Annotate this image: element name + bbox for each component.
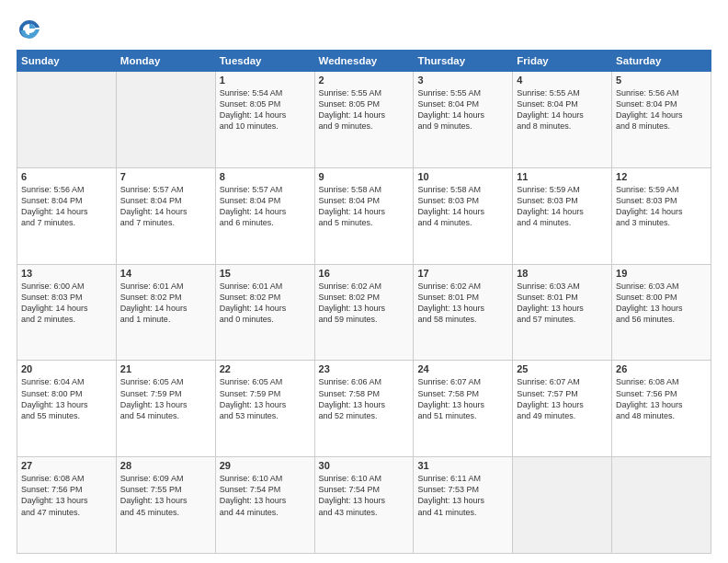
calendar-cell: 27Sunrise: 6:08 AM Sunset: 7:56 PM Dayli… xyxy=(17,457,117,554)
day-info: Sunrise: 5:55 AM Sunset: 8:04 PM Dayligh… xyxy=(417,87,508,132)
day-number: 22 xyxy=(220,363,311,374)
calendar-cell: 10Sunrise: 5:58 AM Sunset: 8:03 PM Dayli… xyxy=(414,167,513,264)
calendar-cell: 3Sunrise: 5:55 AM Sunset: 8:04 PM Daylig… xyxy=(414,72,513,168)
day-number: 5 xyxy=(616,75,707,86)
calendar-header-monday: Monday xyxy=(116,51,215,72)
calendar-header-thursday: Thursday xyxy=(414,51,513,72)
day-number: 12 xyxy=(616,171,707,182)
day-number: 2 xyxy=(319,75,410,86)
calendar-week-1: 1Sunrise: 5:54 AM Sunset: 8:05 PM Daylig… xyxy=(17,72,711,168)
day-number: 31 xyxy=(417,460,508,471)
calendar-header-row: SundayMondayTuesdayWednesdayThursdayFrid… xyxy=(17,51,711,72)
day-number: 26 xyxy=(616,363,707,374)
day-info: Sunrise: 6:11 AM Sunset: 7:53 PM Dayligh… xyxy=(417,473,508,518)
day-number: 29 xyxy=(220,460,311,471)
calendar-cell: 5Sunrise: 5:56 AM Sunset: 8:04 PM Daylig… xyxy=(612,72,711,168)
calendar-cell: 22Sunrise: 6:05 AM Sunset: 7:59 PM Dayli… xyxy=(215,361,314,457)
day-info: Sunrise: 6:03 AM Sunset: 8:01 PM Dayligh… xyxy=(517,281,608,326)
calendar-header-friday: Friday xyxy=(513,51,612,72)
day-number: 25 xyxy=(517,363,608,374)
day-info: Sunrise: 6:01 AM Sunset: 8:02 PM Dayligh… xyxy=(220,281,311,326)
day-number: 30 xyxy=(319,460,410,471)
day-number: 13 xyxy=(21,268,112,279)
day-info: Sunrise: 5:56 AM Sunset: 8:04 PM Dayligh… xyxy=(21,184,112,229)
day-info: Sunrise: 6:07 AM Sunset: 7:58 PM Dayligh… xyxy=(417,376,508,421)
calendar-header-sunday: Sunday xyxy=(17,51,117,72)
calendar-cell: 1Sunrise: 5:54 AM Sunset: 8:05 PM Daylig… xyxy=(215,72,314,168)
day-info: Sunrise: 6:01 AM Sunset: 8:02 PM Dayligh… xyxy=(120,281,211,326)
calendar-cell: 4Sunrise: 5:55 AM Sunset: 8:04 PM Daylig… xyxy=(513,72,612,168)
day-number: 10 xyxy=(417,171,508,182)
day-info: Sunrise: 6:03 AM Sunset: 8:00 PM Dayligh… xyxy=(616,281,707,326)
day-number: 19 xyxy=(616,268,707,279)
day-number: 28 xyxy=(120,460,211,471)
day-info: Sunrise: 6:10 AM Sunset: 7:54 PM Dayligh… xyxy=(220,473,311,518)
day-number: 21 xyxy=(120,363,211,374)
day-number: 23 xyxy=(319,363,410,374)
calendar-cell: 30Sunrise: 6:10 AM Sunset: 7:54 PM Dayli… xyxy=(314,457,414,554)
calendar-header-saturday: Saturday xyxy=(612,51,711,72)
day-number: 3 xyxy=(417,75,508,86)
calendar-table: SundayMondayTuesdayWednesdayThursdayFrid… xyxy=(17,50,711,554)
calendar-cell xyxy=(17,72,117,168)
calendar-cell: 18Sunrise: 6:03 AM Sunset: 8:01 PM Dayli… xyxy=(513,264,612,361)
day-number: 18 xyxy=(517,268,608,279)
day-info: Sunrise: 5:58 AM Sunset: 8:03 PM Dayligh… xyxy=(417,184,508,229)
calendar-week-3: 13Sunrise: 6:00 AM Sunset: 8:03 PM Dayli… xyxy=(17,264,711,361)
day-info: Sunrise: 6:02 AM Sunset: 8:02 PM Dayligh… xyxy=(319,281,410,326)
day-info: Sunrise: 5:59 AM Sunset: 8:03 PM Dayligh… xyxy=(616,184,707,229)
day-info: Sunrise: 6:05 AM Sunset: 7:59 PM Dayligh… xyxy=(120,376,211,421)
day-number: 15 xyxy=(220,268,311,279)
calendar-cell: 26Sunrise: 6:08 AM Sunset: 7:56 PM Dayli… xyxy=(612,361,711,457)
calendar-week-2: 6Sunrise: 5:56 AM Sunset: 8:04 PM Daylig… xyxy=(17,167,711,264)
day-number: 14 xyxy=(120,268,211,279)
calendar-cell: 12Sunrise: 5:59 AM Sunset: 8:03 PM Dayli… xyxy=(612,167,711,264)
day-number: 17 xyxy=(417,268,508,279)
calendar-cell: 17Sunrise: 6:02 AM Sunset: 8:01 PM Dayli… xyxy=(414,264,513,361)
day-info: Sunrise: 6:04 AM Sunset: 8:00 PM Dayligh… xyxy=(21,376,112,421)
day-number: 20 xyxy=(21,363,112,374)
calendar-cell: 25Sunrise: 6:07 AM Sunset: 7:57 PM Dayli… xyxy=(513,361,612,457)
day-info: Sunrise: 6:08 AM Sunset: 7:56 PM Dayligh… xyxy=(616,376,707,421)
calendar-cell xyxy=(513,457,612,554)
day-number: 7 xyxy=(120,171,211,182)
day-info: Sunrise: 5:55 AM Sunset: 8:05 PM Dayligh… xyxy=(319,87,410,132)
calendar-cell xyxy=(116,72,215,168)
day-info: Sunrise: 6:07 AM Sunset: 7:57 PM Dayligh… xyxy=(517,376,608,421)
calendar-cell: 6Sunrise: 5:56 AM Sunset: 8:04 PM Daylig… xyxy=(17,167,117,264)
day-info: Sunrise: 6:10 AM Sunset: 7:54 PM Dayligh… xyxy=(319,473,410,518)
calendar-cell xyxy=(612,457,711,554)
day-number: 9 xyxy=(319,171,410,182)
day-number: 24 xyxy=(417,363,508,374)
day-info: Sunrise: 6:02 AM Sunset: 8:01 PM Dayligh… xyxy=(417,281,508,326)
day-info: Sunrise: 6:06 AM Sunset: 7:58 PM Dayligh… xyxy=(319,376,410,421)
logo-icon xyxy=(17,17,42,42)
calendar-cell: 16Sunrise: 6:02 AM Sunset: 8:02 PM Dayli… xyxy=(314,264,414,361)
calendar-week-5: 27Sunrise: 6:08 AM Sunset: 7:56 PM Dayli… xyxy=(17,457,711,554)
calendar-cell: 14Sunrise: 6:01 AM Sunset: 8:02 PM Dayli… xyxy=(116,264,215,361)
day-number: 4 xyxy=(517,75,608,86)
day-info: Sunrise: 5:55 AM Sunset: 8:04 PM Dayligh… xyxy=(517,87,608,132)
calendar-cell: 28Sunrise: 6:09 AM Sunset: 7:55 PM Dayli… xyxy=(116,457,215,554)
day-number: 6 xyxy=(21,171,112,182)
day-info: Sunrise: 6:05 AM Sunset: 7:59 PM Dayligh… xyxy=(220,376,311,421)
day-info: Sunrise: 5:57 AM Sunset: 8:04 PM Dayligh… xyxy=(120,184,211,229)
day-info: Sunrise: 5:59 AM Sunset: 8:03 PM Dayligh… xyxy=(517,184,608,229)
day-info: Sunrise: 5:57 AM Sunset: 8:04 PM Dayligh… xyxy=(220,184,311,229)
calendar-header-wednesday: Wednesday xyxy=(314,51,414,72)
calendar-week-4: 20Sunrise: 6:04 AM Sunset: 8:00 PM Dayli… xyxy=(17,361,711,457)
calendar-cell: 7Sunrise: 5:57 AM Sunset: 8:04 PM Daylig… xyxy=(116,167,215,264)
day-info: Sunrise: 6:08 AM Sunset: 7:56 PM Dayligh… xyxy=(21,473,112,518)
day-info: Sunrise: 5:58 AM Sunset: 8:04 PM Dayligh… xyxy=(319,184,410,229)
calendar-cell: 24Sunrise: 6:07 AM Sunset: 7:58 PM Dayli… xyxy=(414,361,513,457)
calendar-cell: 29Sunrise: 6:10 AM Sunset: 7:54 PM Dayli… xyxy=(215,457,314,554)
header xyxy=(17,17,711,42)
day-number: 11 xyxy=(517,171,608,182)
day-number: 16 xyxy=(319,268,410,279)
calendar-cell: 21Sunrise: 6:05 AM Sunset: 7:59 PM Dayli… xyxy=(116,361,215,457)
calendar-cell: 13Sunrise: 6:00 AM Sunset: 8:03 PM Dayli… xyxy=(17,264,117,361)
calendar-cell: 19Sunrise: 6:03 AM Sunset: 8:00 PM Dayli… xyxy=(612,264,711,361)
day-info: Sunrise: 5:56 AM Sunset: 8:04 PM Dayligh… xyxy=(616,87,707,132)
day-number: 8 xyxy=(220,171,311,182)
logo xyxy=(17,17,46,42)
